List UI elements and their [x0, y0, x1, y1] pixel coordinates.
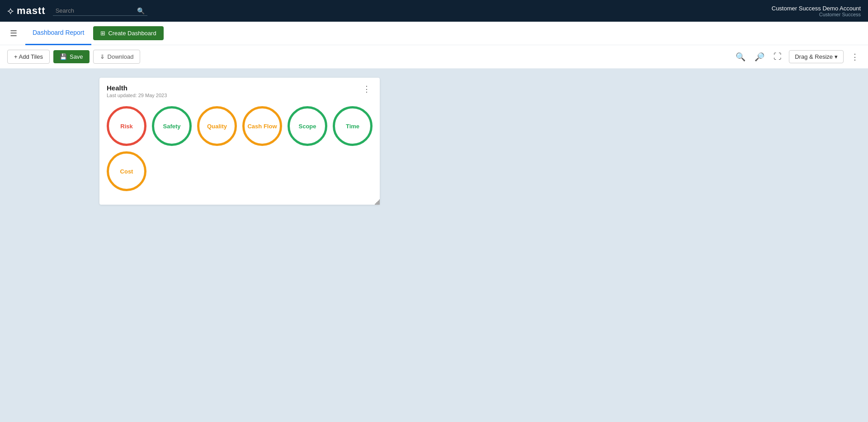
zoom-out-icon: 🔎 [755, 52, 764, 62]
logo[interactable]: ⟡ mastt [7, 5, 46, 17]
save-icon: 💾 [60, 53, 67, 60]
more-options-button[interactable]: ⋮ [849, 50, 861, 64]
card-header-info: Health Last updated: 29 May 2023 [107, 84, 167, 98]
main-content: Health Last updated: 29 May 2023 ⋮ RiskS… [0, 69, 868, 422]
fullscreen-button[interactable]: ⛶ [772, 50, 783, 63]
create-dashboard-button[interactable]: ⊞ Create Dashboard [93, 26, 163, 40]
resize-handle[interactable] [374, 199, 380, 205]
search-input[interactable] [56, 7, 137, 14]
hamburger-button[interactable]: ☰ [7, 26, 20, 41]
fullscreen-icon: ⛶ [774, 52, 782, 61]
download-button[interactable]: ⇓ Download [93, 50, 141, 64]
search-zoom-button[interactable]: 🔍 [734, 50, 747, 64]
search-zoom-icon: 🔍 [736, 52, 745, 62]
zoom-out-button[interactable]: 🔎 [753, 50, 766, 64]
health-circle-quality[interactable]: Quality [197, 106, 237, 146]
card-body: RiskSafetyQualityCash FlowScopeTimeCost [99, 102, 380, 205]
health-circle-cash-flow[interactable]: Cash Flow [242, 106, 282, 146]
search-container: 🔍 [53, 6, 147, 16]
drag-resize-button[interactable]: Drag & Resize ▾ [789, 50, 844, 63]
create-dashboard-icon: ⊞ [100, 30, 105, 37]
health-circle-cost[interactable]: Cost [107, 151, 146, 191]
card-title: Health [107, 84, 167, 92]
top-navigation: ⟡ mastt 🔍 Customer Success Demo Account … [0, 0, 868, 22]
account-name: Customer Success Demo Account [772, 5, 861, 12]
health-card: Health Last updated: 29 May 2023 ⋮ RiskS… [99, 78, 380, 205]
account-info[interactable]: Customer Success Demo Account Customer S… [772, 5, 861, 17]
sub-navigation: ☰ Dashboard Report ⊞ Create Dashboard [0, 22, 868, 45]
card-header: Health Last updated: 29 May 2023 ⋮ [99, 78, 380, 102]
logo-text: mastt [17, 5, 46, 17]
account-subtitle: Customer Success [772, 12, 861, 17]
more-options-icon: ⋮ [851, 52, 859, 62]
download-icon: ⇓ [100, 53, 105, 60]
health-circle-scope[interactable]: Scope [288, 106, 327, 146]
toolbar-right: 🔍 🔎 ⛶ Drag & Resize ▾ ⋮ [734, 50, 861, 64]
add-tiles-button[interactable]: + Add Tiles [7, 50, 50, 64]
save-button[interactable]: 💾 Save [53, 50, 90, 63]
health-circle-time[interactable]: Time [333, 106, 373, 146]
card-subtitle: Last updated: 29 May 2023 [107, 93, 167, 98]
dropdown-arrow-icon: ▾ [835, 53, 838, 60]
health-circle-risk[interactable]: Risk [107, 106, 146, 146]
logo-icon: ⟡ [7, 5, 13, 17]
toolbar: + Add Tiles 💾 Save ⇓ Download 🔍 🔎 ⛶ Drag… [0, 45, 868, 69]
tab-dashboard-report[interactable]: Dashboard Report [25, 22, 91, 45]
card-menu-button[interactable]: ⋮ [361, 84, 373, 94]
health-circle-safety[interactable]: Safety [152, 106, 192, 146]
search-icon[interactable]: 🔍 [137, 7, 145, 14]
top-nav-left: ⟡ mastt 🔍 [7, 5, 147, 17]
